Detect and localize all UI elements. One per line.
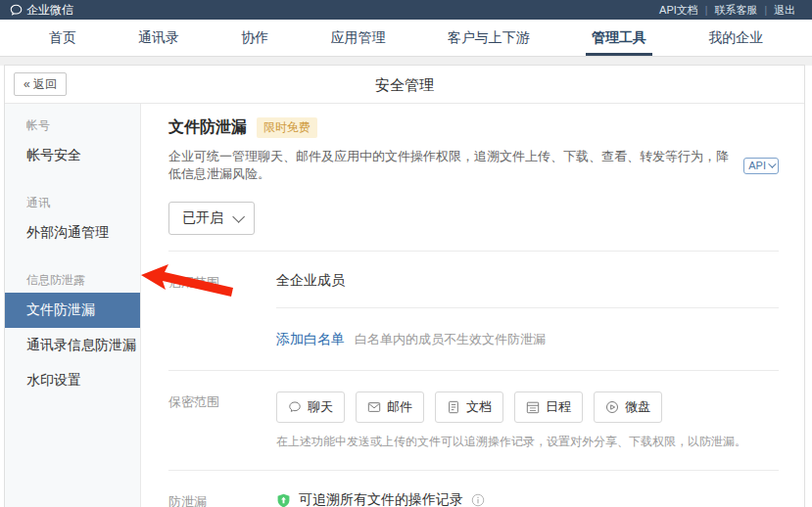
topbar: 企业微信 API文档 | 联系客服 | 退出 (0, 0, 812, 20)
chip-chat[interactable]: 聊天 (276, 392, 345, 423)
chip-doc[interactable]: 文档 (435, 392, 503, 423)
scope-label: 启用范围 (168, 272, 276, 292)
logout-link[interactable]: 退出 (767, 3, 802, 18)
nav-item-app-management[interactable]: 应用管理 (324, 20, 391, 56)
chevron-down-icon (768, 160, 776, 167)
sidebar-group-communication: 通讯 (5, 185, 140, 215)
nav-item-customers[interactable]: 客户与上下游 (442, 20, 536, 56)
scope-row: 启用范围 全企业成员 (168, 252, 779, 292)
scope-value: 全企业成员 (276, 272, 345, 292)
nav-item-home[interactable]: 首页 (43, 20, 82, 56)
prevention-row: 防泄漏 可追溯所有文件的操作记录 微盘文件默认的外部访问期限为7天 (168, 471, 779, 507)
api-button-label: API (748, 159, 766, 173)
chip-label: 微盘 (625, 398, 650, 416)
content-title: 文件防泄漏 (168, 117, 247, 138)
api-dropdown-button[interactable]: API (743, 158, 779, 174)
sidebar-gap (5, 173, 140, 185)
secrecy-chips: 聊天 邮件 文档 日程 (276, 392, 662, 423)
chip-label: 聊天 (308, 398, 333, 416)
nav-item-contacts[interactable]: 通讯录 (132, 20, 185, 56)
prevention-label: 防泄漏 (168, 491, 276, 507)
contact-support-link[interactable]: 联系客服 (707, 3, 764, 18)
chip-label: 文档 (466, 398, 492, 416)
chat-icon (288, 400, 302, 414)
panel-header: « 返回 安全管理 (5, 66, 804, 104)
sidebar-item-account-security[interactable]: 帐号安全 (5, 138, 140, 173)
prevention-list: 可追溯所有文件的操作记录 微盘文件默认的外部访问期限为7天 (276, 491, 534, 507)
sidebar-item-file-leak-prevention[interactable]: 文件防泄漏 (5, 293, 140, 328)
doc-icon (447, 400, 460, 414)
nav-item-admin-tools[interactable]: 管理工具 (586, 20, 652, 56)
secrecy-hint: 在上述功能中发送或上传的文件可以追溯操作记录，设置对外分享、下载权限，以防泄漏。 (276, 434, 779, 454)
sidebar-item-watermark-settings[interactable]: 水印设置 (5, 363, 140, 398)
info-icon[interactable] (471, 493, 485, 507)
content-title-row: 文件防泄漏 限时免费 (168, 117, 779, 138)
drive-icon (605, 400, 619, 414)
logo-text: 企业微信 (26, 2, 73, 19)
api-docs-link[interactable]: API文档 (652, 3, 705, 18)
chip-calendar[interactable]: 日程 (514, 392, 583, 423)
whitelist-hint: 白名单内的成员不生效文件防泄漏 (355, 331, 546, 348)
primary-nav: 首页 通讯录 协作 应用管理 客户与上下游 管理工具 我的企业 (0, 20, 812, 57)
sidebar-item-external-comm[interactable]: 外部沟通管理 (5, 215, 140, 251)
status-button-label: 已开启 (182, 209, 223, 227)
mail-icon (367, 400, 381, 414)
feature-description-row: 企业可统一管理聊天、邮件及应用中的文件操作权限，追溯文件上传、下载、查看、转发等… (168, 148, 779, 183)
wework-logo: 企业微信 (10, 2, 73, 19)
chip-mail[interactable]: 邮件 (356, 392, 424, 423)
shield-icon (276, 493, 291, 507)
chip-label: 邮件 (387, 398, 412, 416)
nav-item-collaboration[interactable]: 协作 (235, 20, 274, 56)
secrecy-content: 聊天 邮件 文档 日程 (276, 392, 662, 423)
prevention-item-text: 可追溯所有文件的操作记录 (299, 491, 463, 507)
free-trial-badge: 限时免费 (257, 117, 317, 138)
chevron-down-icon (232, 210, 245, 223)
sidebar-gap (5, 251, 140, 262)
sidebar-item-contacts-leak-prevention[interactable]: 通讯录信息防泄漏 (5, 328, 140, 363)
add-whitelist-link[interactable]: 添加白名单 (276, 331, 345, 348)
app-window: 企业微信 API文档 | 联系客服 | 退出 首页 通讯录 协作 应用管理 客户… (0, 0, 812, 507)
chip-drive[interactable]: 微盘 (594, 392, 662, 423)
sidebar-group-info-leak: 信息防泄露 (5, 262, 140, 293)
back-button[interactable]: « 返回 (14, 72, 67, 96)
status-dropdown-button[interactable]: 已开启 (168, 202, 255, 235)
secrecy-scope-row: 保密范围 聊天 邮件 文档 (168, 371, 779, 423)
calendar-icon (526, 400, 540, 414)
whitelist-row: 添加白名单 白名单内的成员不生效文件防泄漏 (168, 308, 779, 370)
chip-label: 日程 (546, 398, 571, 416)
security-panel: « 返回 安全管理 帐号 帐号安全 通讯 外部沟通管理 信息防泄露 文件防泄漏 … (4, 65, 805, 507)
settings-sidebar: 帐号 帐号安全 通讯 外部沟通管理 信息防泄露 文件防泄漏 通讯录信息防泄漏 水… (5, 104, 141, 507)
secrecy-label: 保密范围 (168, 392, 276, 423)
main-content: 文件防泄漏 限时免费 企业可统一管理聊天、邮件及应用中的文件操作权限，追溯文件上… (142, 104, 804, 507)
nav-item-my-company[interactable]: 我的企业 (702, 20, 769, 56)
sidebar-group-account: 帐号 (5, 108, 140, 138)
chat-bubble-logo-icon (10, 4, 23, 17)
feature-description: 企业可统一管理聊天、邮件及应用中的文件操作权限，追溯文件上传、下载、查看、转发等… (168, 148, 736, 183)
page-title: 安全管理 (5, 66, 804, 104)
prevention-item: 可追溯所有文件的操作记录 (276, 491, 534, 507)
